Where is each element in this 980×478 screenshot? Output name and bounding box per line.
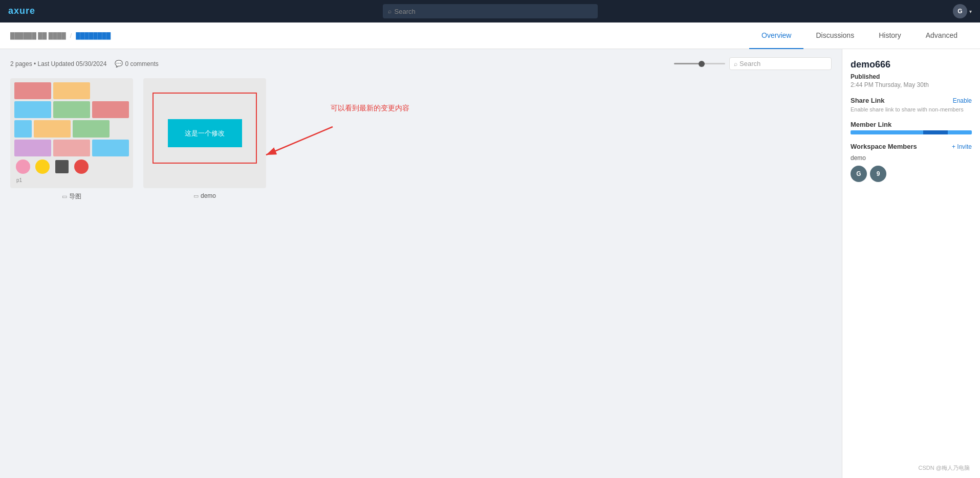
main-tabs: Overview Discussions History Advanced (749, 22, 970, 49)
page-thumb-2: 这是一个修改 ▭ demo (143, 78, 266, 201)
svg-text:axure: axure (8, 6, 35, 16)
avatar-9[interactable]: 9 (870, 166, 886, 182)
global-search-bar[interactable]: ⌕ (383, 4, 598, 18)
avatar-g[interactable]: G (851, 166, 867, 182)
project-title: demo666 (851, 59, 972, 70)
share-link-title: Share Link (851, 97, 884, 104)
info-bar: 2 pages • Last Updated 05/30/2024 💬 0 co… (10, 57, 832, 70)
breadcrumb-separator: / (70, 32, 72, 39)
invite-button[interactable]: + Invite (952, 143, 972, 150)
workspace-section: Workspace Members + Invite demo G 9 (851, 143, 972, 182)
workspace-header: Workspace Members + Invite (851, 143, 972, 150)
search-icon: ⌕ (388, 8, 391, 15)
page-search-input[interactable] (739, 60, 827, 67)
comments-link[interactable]: 💬 0 comments (115, 60, 158, 67)
workspace-title: Workspace Members (851, 143, 917, 150)
page-label-2: ▭ demo (193, 192, 216, 199)
top-navbar: axure ⌕ G ▾ (0, 0, 980, 22)
published-label: Published (851, 73, 972, 80)
page-icon-2: ▭ (193, 193, 199, 199)
global-search-input[interactable] (395, 8, 593, 15)
tab-discussions[interactable]: Discussions (803, 22, 866, 49)
right-sidebar: demo666 Published 2:44 PM Thursday, May … (842, 49, 980, 478)
content-area: 2 pages • Last Updated 05/30/2024 💬 0 co… (0, 49, 842, 478)
search-icon: ⌕ (734, 60, 737, 67)
published-time: 2:44 PM Thursday, May 30th (851, 81, 972, 88)
chevron-down-icon: ▾ (969, 9, 972, 14)
enable-share-link-button[interactable]: Enable (953, 97, 972, 104)
share-link-section: Share Link Enable Enable share link to s… (851, 97, 972, 112)
member-link-bar[interactable] (851, 130, 972, 134)
member-link-title: Member Link (851, 121, 972, 128)
tab-history[interactable]: History (866, 22, 913, 49)
published-section: Published 2:44 PM Thursday, May 30th (851, 73, 972, 88)
tab-overview[interactable]: Overview (749, 22, 803, 49)
breadcrumb-part1: ██████ ██ ████ (10, 32, 66, 39)
main-layout: 2 pages • Last Updated 05/30/2024 💬 0 co… (0, 49, 980, 478)
tab-advanced[interactable]: Advanced (913, 22, 970, 49)
member-name: demo (851, 154, 972, 162)
page-thumb-1: p1 ▭ 导图 (10, 78, 133, 201)
pages-grid: p1 ▭ 导图 这是一个修改 (10, 78, 832, 201)
app-logo: axure (8, 5, 44, 18)
page-thumbnail-2[interactable]: 这是一个修改 (143, 78, 266, 188)
svg-line-2 (266, 127, 333, 155)
zoom-slider-container (674, 63, 725, 64)
page-icon-1: ▭ (62, 193, 67, 200)
member-link-section: Member Link (851, 121, 972, 134)
zoom-slider[interactable] (674, 63, 725, 64)
page-thumbnail-1[interactable]: p1 (10, 78, 133, 188)
share-link-desc: Enable share link to share with non-memb… (851, 106, 972, 112)
sub-navbar: ██████ ██ ████ / ████████ Overview Discu… (0, 22, 980, 49)
share-link-header: Share Link Enable (851, 97, 972, 104)
zoom-controls: ⌕ (674, 57, 832, 70)
annotation-text: 可以看到最新的变更内容 (331, 104, 409, 113)
thumb-content-demo: 这是一个修改 (143, 78, 266, 188)
page-search-bar[interactable]: ⌕ (729, 57, 832, 70)
avatar[interactable]: G (953, 4, 967, 18)
demo-teal-box: 这是一个修改 (168, 119, 242, 147)
comment-icon: 💬 (115, 60, 123, 67)
pages-info: 2 pages • Last Updated 05/30/2024 (10, 60, 106, 67)
members-row: G 9 (851, 166, 972, 182)
user-menu[interactable]: G ▾ (953, 4, 972, 18)
breadcrumb: ██████ ██ ████ / ████████ (10, 32, 111, 39)
footer-watermark: CSDN @梅人乃电脑 (919, 464, 970, 472)
page-label-1: ▭ 导图 (62, 192, 81, 201)
breadcrumb-link[interactable]: ████████ (76, 32, 111, 39)
